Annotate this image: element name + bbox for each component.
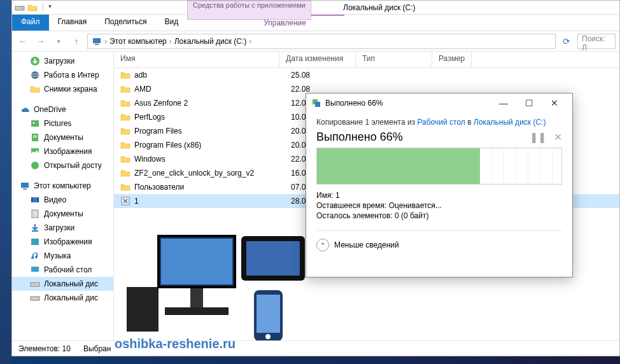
sidebar-item-downloads2[interactable]: Загрузки — [12, 221, 113, 235]
sidebar-item-public[interactable]: Открытый досту — [12, 158, 113, 172]
sidebar-item-label: Снимки экрана — [44, 85, 97, 94]
sidebar-item-music[interactable]: Музыка — [12, 249, 113, 263]
col-name[interactable]: Имя — [114, 52, 279, 67]
sidebar-item-label: Музыка — [44, 251, 71, 260]
sidebar-item-images[interactable]: Изображения — [12, 144, 113, 158]
chevron-up-icon: ⌃ — [316, 239, 329, 251]
col-date[interactable]: Дата изменения — [279, 52, 356, 67]
sidebar-item-screenshots[interactable]: Снимки экрана — [12, 82, 113, 96]
folder-small-icon — [27, 3, 38, 13]
sidebar-item-drive-c[interactable]: Локальный дис — [12, 277, 113, 291]
svg-rect-7 — [31, 120, 39, 127]
svg-rect-30 — [165, 307, 229, 315]
sidebar-item-label: Локальный дис — [44, 293, 98, 302]
svg-rect-14 — [21, 183, 29, 188]
svg-rect-34 — [257, 295, 280, 333]
detail-remaining: Осталось элементов: 0 (0 байт) — [316, 211, 562, 220]
progress-fill — [317, 148, 480, 184]
file-name: AMD — [134, 85, 287, 94]
drive-icon — [30, 293, 40, 303]
sidebar-item-desktop[interactable]: Рабочий стол — [12, 263, 113, 277]
ribbon-tabs: Файл Главная Поделиться Вид Управление — [12, 15, 619, 31]
folder-icon — [30, 84, 40, 94]
breadcrumb[interactable]: › Этот компьютер › Локальный диск (C:) › — [87, 34, 556, 49]
minimize-button[interactable]: — — [491, 94, 516, 113]
sidebar-onedrive[interactable]: OneDrive — [12, 102, 113, 116]
svg-rect-18 — [38, 197, 39, 202]
images-icon — [30, 146, 40, 157]
copy-source-link[interactable]: Рабочий стол — [417, 118, 465, 127]
dialog-titlebar[interactable]: Выполнено 66% — ☐ ✕ — [306, 94, 572, 113]
refresh-button[interactable]: ⟳ — [560, 34, 574, 48]
pause-button[interactable]: ❚❚ — [530, 131, 546, 143]
col-type[interactable]: Тип — [356, 52, 432, 67]
file-name: adb — [134, 71, 287, 80]
svg-rect-2 — [93, 38, 101, 43]
sidebar-item-video[interactable]: Видео — [12, 193, 113, 207]
sidebar-item-drive-d[interactable]: Локальный дис — [12, 291, 113, 305]
file-name: 1 — [134, 197, 287, 206]
desktop-icon — [30, 265, 40, 275]
sidebar-item-label: Документы — [44, 133, 83, 142]
col-size[interactable]: Размер — [432, 52, 472, 67]
separator — [43, 3, 43, 11]
watermark-text: oshibka-reshenie.ru — [115, 337, 236, 351]
folder-icon — [120, 84, 130, 94]
svg-rect-3 — [95, 44, 99, 45]
breadcrumb-root[interactable]: Этот компьютер — [109, 37, 167, 46]
sidebar-item-label: Загрузки — [44, 223, 74, 232]
copy-progress-dialog: Выполнено 66% — ☐ ✕ Копирование 1 элемен… — [306, 93, 573, 277]
sidebar-item-docs2[interactable]: Документы — [12, 207, 113, 221]
svg-rect-37 — [315, 102, 320, 107]
forward-button[interactable]: → — [34, 34, 48, 48]
folder-icon — [120, 168, 130, 178]
file-name: Пользователи — [134, 183, 287, 192]
cancel-button[interactable]: ✕ — [554, 131, 562, 143]
sidebar-item-docs[interactable]: Документы — [12, 130, 113, 144]
folder-icon — [120, 126, 130, 136]
contextual-tab-label: Средства работы с приложениями — [193, 1, 306, 9]
svg-rect-15 — [23, 188, 27, 190]
sidebar-thispc[interactable]: Этот компьютер — [12, 179, 113, 193]
copy-prefix: Копирование 1 элемента из — [316, 118, 417, 127]
breadcrumb-drive[interactable]: Локальный диск (C:) — [174, 37, 247, 46]
tab-share[interactable]: Поделиться — [95, 15, 155, 31]
pc-icon — [92, 36, 102, 46]
copy-mid: в — [465, 118, 474, 127]
svg-point-35 — [265, 334, 271, 339]
svg-rect-28 — [161, 239, 232, 284]
file-date: 22.08 — [291, 85, 367, 94]
close-button[interactable]: ✕ — [542, 94, 567, 113]
recent-dropdown-icon[interactable]: ▾ — [52, 34, 66, 48]
svg-rect-26 — [127, 287, 159, 332]
tab-view[interactable]: Вид — [155, 15, 187, 31]
svg-point-1 — [22, 8, 23, 9]
sidebar-item-downloads[interactable]: Загрузки — [12, 54, 113, 68]
images-icon — [30, 237, 40, 247]
progress-percent-text: Выполнено 66% — [316, 130, 522, 144]
maximize-button[interactable]: ☐ — [516, 94, 542, 113]
tab-file[interactable]: Файл — [12, 15, 49, 31]
svg-rect-23 — [31, 283, 39, 286]
file-row[interactable]: adb25.08 — [114, 68, 619, 82]
copy-dest-link[interactable]: Локальный диск (C:) — [474, 118, 546, 127]
music-icon — [30, 251, 40, 261]
tab-home[interactable]: Главная — [49, 15, 96, 31]
search-input[interactable]: Поиск: Л — [577, 34, 616, 49]
progress-remaining — [480, 148, 561, 184]
sidebar-item-label: OneDrive — [34, 105, 66, 114]
sidebar-item-ie[interactable]: Работа в Интер — [12, 68, 113, 82]
window-title: Локальный диск (C:) — [343, 3, 416, 12]
sidebar-item-images2[interactable]: Изображения — [12, 235, 113, 249]
detail-time: Оставшееся время: Оценивается... — [316, 201, 562, 210]
less-details-toggle[interactable]: ⌃ Меньше сведений — [316, 230, 562, 251]
sidebar-item-pictures[interactable]: Pictures — [12, 116, 113, 130]
back-button[interactable]: ← — [16, 34, 30, 48]
up-button[interactable]: ↑ — [69, 34, 83, 48]
share-icon — [30, 160, 40, 171]
svg-point-5 — [31, 71, 39, 79]
sidebar-item-label: Рабочий стол — [44, 265, 92, 274]
sidebar-item-label: Работа в Интер — [44, 71, 99, 80]
folder-icon — [120, 154, 130, 164]
qat-dropdown-icon[interactable]: ▾ — [48, 3, 52, 13]
